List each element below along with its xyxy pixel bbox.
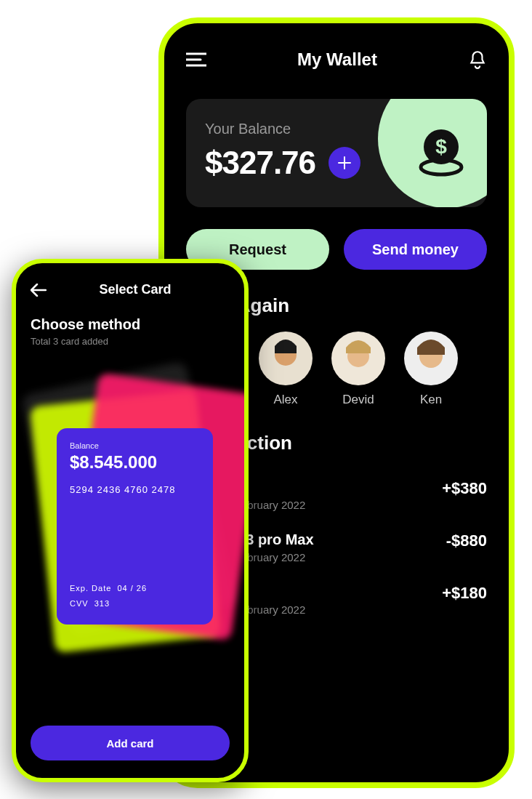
balance-illustration: $: [378, 99, 487, 207]
card-balance-label: Balance: [70, 441, 200, 450]
contact-devid[interactable]: Devid: [331, 332, 385, 407]
transaction-amount: +$380: [442, 479, 487, 498]
balance-card: $ Your Balance $327.76: [186, 99, 487, 207]
transaction-amount: -$880: [446, 531, 487, 550]
card-topbar: Select Card: [31, 282, 230, 297]
avatar: [331, 332, 385, 385]
card-pan: 5294 2436 4760 2478: [70, 484, 200, 495]
choose-method-title: Choose method: [31, 316, 230, 333]
dollar-coin-icon: $: [414, 127, 468, 180]
select-card-screen: Select Card Choose method Total 3 card a…: [12, 259, 249, 782]
balance-amount: $327.76: [205, 145, 315, 181]
wallet-title: My Wallet: [297, 49, 377, 70]
back-icon[interactable]: [31, 284, 47, 297]
avatar: [259, 332, 313, 385]
card-exp: 04 / 26: [117, 584, 147, 593]
card-exp-label: Exp. Date: [70, 584, 111, 593]
send-money-button[interactable]: Send money: [344, 229, 487, 270]
card-stack: Balance $8.545.000 5294 2436 4760 2478 E…: [31, 369, 230, 659]
choose-method-subtitle: Total 3 card added: [31, 336, 230, 347]
card-cvv-label: CVV: [70, 599, 89, 608]
contact-name: Ken: [404, 393, 458, 407]
avatar: [404, 332, 458, 385]
selected-card[interactable]: Balance $8.545.000 5294 2436 4760 2478 E…: [57, 428, 213, 625]
contact-alex[interactable]: Alex: [259, 332, 313, 407]
contact-ken[interactable]: Ken: [404, 332, 458, 407]
add-funds-button[interactable]: [329, 147, 360, 179]
wallet-topbar: My Wallet: [186, 49, 487, 70]
card-balance: $8.545.000: [70, 452, 200, 473]
bell-icon[interactable]: [468, 49, 487, 70]
transaction-amount: +$180: [442, 584, 487, 603]
menu-icon[interactable]: [186, 52, 206, 67]
add-card-button[interactable]: Add card: [31, 726, 230, 760]
contact-name: Devid: [331, 393, 385, 407]
card-footer: Exp. Date 04 / 26 CVV 313: [70, 581, 147, 611]
svg-text:$: $: [435, 135, 447, 158]
contact-name: Alex: [259, 393, 313, 407]
card-screen-title: Select Card: [57, 282, 214, 297]
card-cvv: 313: [94, 599, 110, 608]
